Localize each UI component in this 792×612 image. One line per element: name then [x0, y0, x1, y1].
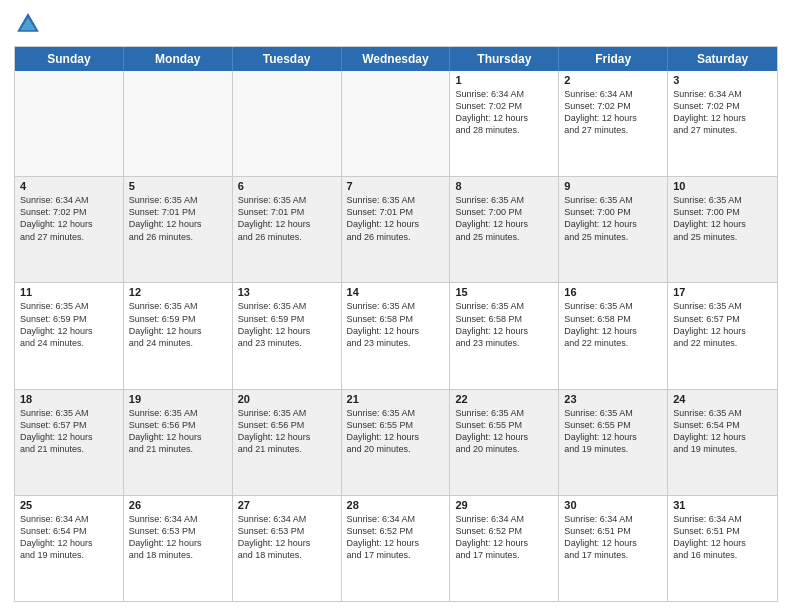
calendar-cell: 20Sunrise: 6:35 AM Sunset: 6:56 PM Dayli… — [233, 390, 342, 495]
day-number: 23 — [564, 393, 662, 405]
cell-text: Sunrise: 6:35 AM Sunset: 6:57 PM Dayligh… — [673, 300, 772, 349]
calendar-cell: 2Sunrise: 6:34 AM Sunset: 7:02 PM Daylig… — [559, 71, 668, 176]
calendar: SundayMondayTuesdayWednesdayThursdayFrid… — [14, 46, 778, 602]
calendar-cell: 15Sunrise: 6:35 AM Sunset: 6:58 PM Dayli… — [450, 283, 559, 388]
calendar-cell: 24Sunrise: 6:35 AM Sunset: 6:54 PM Dayli… — [668, 390, 777, 495]
calendar-cell — [15, 71, 124, 176]
day-number: 10 — [673, 180, 772, 192]
weekday-header: Sunday — [15, 47, 124, 71]
day-number: 21 — [347, 393, 445, 405]
calendar-cell: 8Sunrise: 6:35 AM Sunset: 7:00 PM Daylig… — [450, 177, 559, 282]
calendar-cell — [342, 71, 451, 176]
day-number: 3 — [673, 74, 772, 86]
cell-text: Sunrise: 6:35 AM Sunset: 7:00 PM Dayligh… — [673, 194, 772, 243]
day-number: 14 — [347, 286, 445, 298]
cell-text: Sunrise: 6:35 AM Sunset: 6:57 PM Dayligh… — [20, 407, 118, 456]
day-number: 27 — [238, 499, 336, 511]
cell-text: Sunrise: 6:35 AM Sunset: 7:01 PM Dayligh… — [347, 194, 445, 243]
day-number: 2 — [564, 74, 662, 86]
cell-text: Sunrise: 6:34 AM Sunset: 6:54 PM Dayligh… — [20, 513, 118, 562]
calendar-cell: 26Sunrise: 6:34 AM Sunset: 6:53 PM Dayli… — [124, 496, 233, 601]
day-number: 30 — [564, 499, 662, 511]
calendar-body: 1Sunrise: 6:34 AM Sunset: 7:02 PM Daylig… — [15, 71, 777, 601]
day-number: 11 — [20, 286, 118, 298]
cell-text: Sunrise: 6:35 AM Sunset: 7:00 PM Dayligh… — [455, 194, 553, 243]
calendar-cell: 23Sunrise: 6:35 AM Sunset: 6:55 PM Dayli… — [559, 390, 668, 495]
calendar-cell: 11Sunrise: 6:35 AM Sunset: 6:59 PM Dayli… — [15, 283, 124, 388]
weekday-header: Tuesday — [233, 47, 342, 71]
cell-text: Sunrise: 6:35 AM Sunset: 6:54 PM Dayligh… — [673, 407, 772, 456]
calendar-cell: 13Sunrise: 6:35 AM Sunset: 6:59 PM Dayli… — [233, 283, 342, 388]
calendar-cell: 1Sunrise: 6:34 AM Sunset: 7:02 PM Daylig… — [450, 71, 559, 176]
day-number: 26 — [129, 499, 227, 511]
weekday-header: Friday — [559, 47, 668, 71]
day-number: 9 — [564, 180, 662, 192]
cell-text: Sunrise: 6:34 AM Sunset: 6:52 PM Dayligh… — [455, 513, 553, 562]
calendar-cell: 31Sunrise: 6:34 AM Sunset: 6:51 PM Dayli… — [668, 496, 777, 601]
calendar-cell: 19Sunrise: 6:35 AM Sunset: 6:56 PM Dayli… — [124, 390, 233, 495]
calendar-cell: 4Sunrise: 6:34 AM Sunset: 7:02 PM Daylig… — [15, 177, 124, 282]
cell-text: Sunrise: 6:35 AM Sunset: 6:56 PM Dayligh… — [238, 407, 336, 456]
calendar-row: 18Sunrise: 6:35 AM Sunset: 6:57 PM Dayli… — [15, 390, 777, 496]
day-number: 15 — [455, 286, 553, 298]
cell-text: Sunrise: 6:35 AM Sunset: 6:55 PM Dayligh… — [455, 407, 553, 456]
calendar-cell — [233, 71, 342, 176]
cell-text: Sunrise: 6:35 AM Sunset: 7:00 PM Dayligh… — [564, 194, 662, 243]
cell-text: Sunrise: 6:35 AM Sunset: 6:55 PM Dayligh… — [347, 407, 445, 456]
day-number: 29 — [455, 499, 553, 511]
cell-text: Sunrise: 6:34 AM Sunset: 7:02 PM Dayligh… — [455, 88, 553, 137]
calendar-cell: 9Sunrise: 6:35 AM Sunset: 7:00 PM Daylig… — [559, 177, 668, 282]
day-number: 24 — [673, 393, 772, 405]
calendar-cell: 17Sunrise: 6:35 AM Sunset: 6:57 PM Dayli… — [668, 283, 777, 388]
day-number: 1 — [455, 74, 553, 86]
header — [14, 10, 778, 38]
calendar-cell: 5Sunrise: 6:35 AM Sunset: 7:01 PM Daylig… — [124, 177, 233, 282]
page: SundayMondayTuesdayWednesdayThursdayFrid… — [0, 0, 792, 612]
cell-text: Sunrise: 6:34 AM Sunset: 6:51 PM Dayligh… — [673, 513, 772, 562]
day-number: 16 — [564, 286, 662, 298]
calendar-cell: 30Sunrise: 6:34 AM Sunset: 6:51 PM Dayli… — [559, 496, 668, 601]
calendar-cell: 28Sunrise: 6:34 AM Sunset: 6:52 PM Dayli… — [342, 496, 451, 601]
cell-text: Sunrise: 6:34 AM Sunset: 7:02 PM Dayligh… — [673, 88, 772, 137]
day-number: 31 — [673, 499, 772, 511]
cell-text: Sunrise: 6:34 AM Sunset: 7:02 PM Dayligh… — [20, 194, 118, 243]
calendar-cell: 25Sunrise: 6:34 AM Sunset: 6:54 PM Dayli… — [15, 496, 124, 601]
day-number: 4 — [20, 180, 118, 192]
cell-text: Sunrise: 6:34 AM Sunset: 6:53 PM Dayligh… — [129, 513, 227, 562]
day-number: 8 — [455, 180, 553, 192]
day-number: 20 — [238, 393, 336, 405]
weekday-header: Monday — [124, 47, 233, 71]
cell-text: Sunrise: 6:34 AM Sunset: 6:53 PM Dayligh… — [238, 513, 336, 562]
cell-text: Sunrise: 6:35 AM Sunset: 7:01 PM Dayligh… — [238, 194, 336, 243]
day-number: 25 — [20, 499, 118, 511]
day-number: 28 — [347, 499, 445, 511]
day-number: 12 — [129, 286, 227, 298]
calendar-cell: 21Sunrise: 6:35 AM Sunset: 6:55 PM Dayli… — [342, 390, 451, 495]
cell-text: Sunrise: 6:35 AM Sunset: 6:59 PM Dayligh… — [129, 300, 227, 349]
cell-text: Sunrise: 6:35 AM Sunset: 6:55 PM Dayligh… — [564, 407, 662, 456]
calendar-cell: 10Sunrise: 6:35 AM Sunset: 7:00 PM Dayli… — [668, 177, 777, 282]
day-number: 6 — [238, 180, 336, 192]
day-number: 22 — [455, 393, 553, 405]
calendar-cell: 29Sunrise: 6:34 AM Sunset: 6:52 PM Dayli… — [450, 496, 559, 601]
logo — [14, 10, 46, 38]
weekday-header: Thursday — [450, 47, 559, 71]
calendar-cell: 14Sunrise: 6:35 AM Sunset: 6:58 PM Dayli… — [342, 283, 451, 388]
calendar-header: SundayMondayTuesdayWednesdayThursdayFrid… — [15, 47, 777, 71]
logo-icon — [14, 10, 42, 38]
calendar-cell: 27Sunrise: 6:34 AM Sunset: 6:53 PM Dayli… — [233, 496, 342, 601]
weekday-header: Wednesday — [342, 47, 451, 71]
weekday-header: Saturday — [668, 47, 777, 71]
day-number: 17 — [673, 286, 772, 298]
calendar-row: 4Sunrise: 6:34 AM Sunset: 7:02 PM Daylig… — [15, 177, 777, 283]
cell-text: Sunrise: 6:35 AM Sunset: 6:56 PM Dayligh… — [129, 407, 227, 456]
calendar-cell: 22Sunrise: 6:35 AM Sunset: 6:55 PM Dayli… — [450, 390, 559, 495]
day-number: 19 — [129, 393, 227, 405]
calendar-cell: 16Sunrise: 6:35 AM Sunset: 6:58 PM Dayli… — [559, 283, 668, 388]
day-number: 18 — [20, 393, 118, 405]
calendar-cell: 6Sunrise: 6:35 AM Sunset: 7:01 PM Daylig… — [233, 177, 342, 282]
cell-text: Sunrise: 6:35 AM Sunset: 6:59 PM Dayligh… — [238, 300, 336, 349]
calendar-cell: 12Sunrise: 6:35 AM Sunset: 6:59 PM Dayli… — [124, 283, 233, 388]
cell-text: Sunrise: 6:34 AM Sunset: 6:51 PM Dayligh… — [564, 513, 662, 562]
cell-text: Sunrise: 6:34 AM Sunset: 7:02 PM Dayligh… — [564, 88, 662, 137]
